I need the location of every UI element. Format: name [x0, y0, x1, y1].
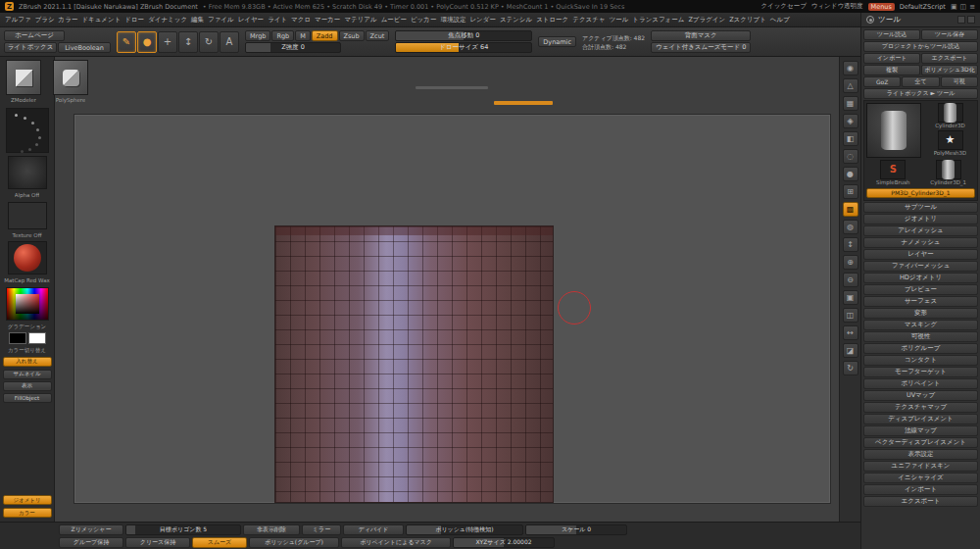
menu-item[interactable]: カラー: [57, 15, 80, 25]
load-tool-from-project-button[interactable]: プロジェクトからツール読込: [863, 41, 978, 52]
menu-item[interactable]: ファイル: [206, 15, 236, 25]
bpr-render-icon[interactable]: ◉: [843, 61, 858, 75]
menu-item[interactable]: Zプラグイン: [686, 15, 727, 25]
current-material-thumbnail[interactable]: [8, 241, 47, 274]
zsub-toggle[interactable]: Zsub: [339, 30, 365, 41]
pin-icon[interactable]: [967, 16, 975, 24]
move-doc-icon[interactable]: ↔: [843, 325, 858, 340]
zoom-in-icon[interactable]: ⊕: [843, 255, 858, 270]
tool-subpalette[interactable]: 変形: [863, 308, 978, 319]
weighted-smooth-mode-slider[interactable]: ウェイト付きスムーズモード 0: [651, 42, 751, 53]
menu-item[interactable]: ツール: [608, 15, 631, 25]
color-quick-button[interactable]: カラー: [3, 508, 52, 518]
menu-item[interactable]: レンダー: [467, 15, 497, 25]
xyz-size-slider[interactable]: XYZサイズ 2.00002: [453, 537, 555, 548]
recent-tool-zmodeler[interactable]: ZModeler: [6, 60, 41, 104]
rotate-button[interactable]: ↻: [199, 31, 219, 53]
menu-item[interactable]: ライト: [266, 15, 289, 25]
menu-item[interactable]: Zスクリプト: [727, 15, 768, 25]
lightbox-to-tool-button[interactable]: ライトボックス ► ツール: [863, 88, 978, 99]
polish-features-slider[interactable]: ポリッシュ(特徴検知): [406, 524, 523, 535]
default-zscript-button[interactable]: DefaultZScript: [900, 3, 946, 11]
keep-groups-button[interactable]: グループ保持: [59, 537, 123, 548]
uv-check-icon[interactable]: ◍: [843, 220, 858, 234]
load-tool-button[interactable]: ツール読込: [863, 29, 920, 40]
tool-subpalette[interactable]: 法線マップ: [863, 425, 978, 436]
menu-icon[interactable]: ≡: [969, 3, 975, 11]
dynamic-toggle[interactable]: Dynamic: [538, 36, 576, 47]
floor-grid-icon[interactable]: ▦: [843, 96, 858, 111]
menu-item[interactable]: ヘルプ: [768, 15, 792, 25]
quicksave-button[interactable]: クイックセーブ: [760, 2, 806, 11]
menu-item[interactable]: テクスチャ: [570, 15, 607, 25]
menu-item[interactable]: ドキュメント: [79, 15, 122, 25]
divide-button[interactable]: ディバイド: [343, 524, 404, 535]
frame-icon[interactable]: ⊞: [843, 184, 858, 199]
tool-subpalette[interactable]: ディスプレイスメント: [863, 414, 978, 424]
import-tool-button[interactable]: インポート: [863, 53, 920, 64]
cylinder-mesh[interactable]: [274, 225, 554, 503]
tool-subpalette[interactable]: 表示設定: [863, 449, 978, 460]
tool-subpalette[interactable]: エクスポート: [863, 496, 978, 507]
mirror-button[interactable]: ミラー: [302, 524, 341, 535]
clone-tool-button[interactable]: 複製: [863, 65, 920, 75]
draw-size-slider[interactable]: ドローサイズ 64: [395, 42, 532, 53]
polyframe-icon[interactable]: ▩: [843, 202, 858, 217]
current-texture-thumbnail[interactable]: [8, 202, 47, 229]
tool-thumb-simplebrush[interactable]: S: [880, 160, 906, 179]
menu-item[interactable]: マテリアル: [342, 15, 378, 25]
tool-thumb-cylinder3d-1[interactable]: [936, 160, 961, 179]
focal-shift-slider[interactable]: 焦点移動 0: [395, 30, 532, 41]
canvas[interactable]: [55, 57, 839, 522]
menu-item[interactable]: ステンシル: [498, 15, 534, 25]
scale-button[interactable]: ↕: [178, 31, 198, 53]
goz-button[interactable]: GoZ: [863, 76, 901, 87]
liveboolean-toggle[interactable]: LiveBoolean: [58, 42, 111, 53]
solo-icon[interactable]: ●: [843, 167, 858, 181]
menu-item[interactable]: 環境設定: [438, 15, 467, 25]
active-tool-name[interactable]: PM3D_Cylinder3D_1: [866, 188, 975, 198]
sv-square[interactable]: [16, 294, 39, 314]
document-area[interactable]: [74, 114, 831, 504]
grid-icon[interactable]: ▣: [951, 3, 957, 11]
scale-slider[interactable]: スケール 0: [525, 524, 627, 535]
tool-subpalette[interactable]: ナノメッシュ: [863, 237, 978, 248]
rgb-toggle[interactable]: Rgb: [271, 30, 294, 41]
goz-all-button[interactable]: 全て: [902, 76, 939, 87]
ghost-icon[interactable]: ◌: [843, 149, 858, 164]
mask-by-polypaint-button[interactable]: ポリペイントによるマスク: [341, 537, 451, 548]
menu-item[interactable]: アルファ: [3, 15, 33, 25]
m-toggle[interactable]: M: [295, 30, 311, 41]
menu-item[interactable]: レイヤー: [236, 15, 266, 25]
tool-subpalette[interactable]: テクスチャマップ: [863, 402, 978, 413]
alpha-quick-button[interactable]: A: [220, 31, 239, 53]
move-button[interactable]: +: [158, 31, 177, 53]
recent-tool-polysphere[interactable]: PolySphere: [53, 60, 88, 104]
rotate-doc-icon[interactable]: ↻: [843, 361, 858, 375]
canvas-scrollbar[interactable]: [416, 86, 488, 89]
tray-button[interactable]: 表示: [3, 381, 52, 391]
menus-toggle[interactable]: Menus: [868, 3, 895, 11]
transparency-icon[interactable]: ◧: [843, 131, 858, 146]
target-polygons-slider[interactable]: 目標ポリゴン数 5: [125, 524, 241, 535]
polysphere-thumbnail[interactable]: [53, 60, 88, 95]
actual-size-icon[interactable]: ▣: [843, 290, 858, 305]
menu-item[interactable]: ムービー: [379, 15, 409, 25]
zadd-toggle[interactable]: Zadd: [312, 30, 338, 41]
tool-subpalette[interactable]: サーフェス: [863, 296, 978, 307]
tool-subpalette[interactable]: プレビュー: [863, 284, 978, 295]
dock-icon[interactable]: [957, 16, 965, 24]
tool-subpalette[interactable]: ユニファイドスキン: [863, 461, 978, 472]
tool-subpalette[interactable]: サブツール: [863, 202, 978, 213]
menu-item[interactable]: ブラシ: [33, 15, 57, 25]
menu-item[interactable]: 編集: [189, 15, 206, 25]
menu-item[interactable]: ストローク: [534, 15, 570, 25]
active-tool-thumbnail[interactable]: [866, 103, 921, 158]
aa-half-icon[interactable]: ◫: [843, 308, 858, 323]
tool-subpalette[interactable]: イニシャライズ: [863, 473, 978, 483]
tool-subpalette[interactable]: ジオメトリ: [863, 214, 978, 225]
homepage-button[interactable]: ホームページ: [4, 30, 65, 41]
layout-icon[interactable]: ◫: [960, 3, 967, 11]
tool-palette-header[interactable]: ツール: [860, 13, 980, 26]
menu-item[interactable]: ピッカー: [409, 15, 438, 25]
